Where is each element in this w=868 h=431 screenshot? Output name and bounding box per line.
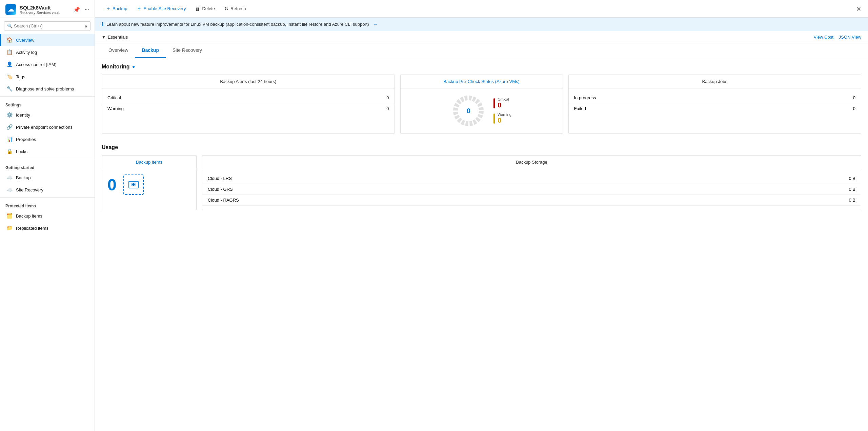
main-content: ＋ Backup ＋ Enable Site Recovery 🗑 Delete… — [95, 0, 868, 431]
legend-critical-value: 0 — [498, 101, 509, 109]
backup-items-card-header[interactable]: Backup items — [102, 156, 196, 169]
backup-items-card: Backup items 0 — [102, 155, 197, 210]
getting-started-section-label: Getting started — [0, 161, 95, 171]
overview-icon: 🏠 — [6, 37, 13, 43]
sidebar-item-label: Backup — [16, 175, 31, 180]
usage-cards: Backup items 0 — [102, 155, 861, 210]
alert-critical-value: 0 — [386, 95, 389, 100]
app-logo: ☁ — [5, 4, 16, 15]
enable-site-recovery-button[interactable]: ＋ Enable Site Recovery — [133, 3, 190, 14]
tab-overview[interactable]: Overview — [102, 43, 135, 58]
legend-critical: Critical 0 — [493, 97, 511, 109]
info-bar-arrow[interactable]: → — [373, 22, 378, 27]
identity-icon: ⚙️ — [6, 112, 13, 118]
delete-button[interactable]: 🗑 Delete — [191, 4, 219, 14]
storage-grs-value: 0 B — [849, 187, 855, 192]
backup-items-icon: 🗂️ — [6, 213, 13, 219]
search-input[interactable] — [14, 23, 83, 28]
sidebar-item-label: Backup items — [16, 213, 42, 219]
sidebar-item-label: Diagnose and solve problems — [16, 86, 74, 91]
sidebar-item-overview[interactable]: 🏠 Overview — [0, 34, 95, 46]
legend-warning-value: 0 — [498, 117, 511, 124]
sidebar-item-label: Private endpoint connections — [16, 125, 73, 130]
monitoring-title: Monitoring — [102, 64, 861, 70]
backup-alerts-header: Backup Alerts (last 24 hours) — [102, 75, 395, 88]
sidebar-item-replicated-items[interactable]: 📁 Replicated items — [0, 222, 95, 234]
sidebar-item-label: Identity — [16, 112, 30, 118]
sidebar-item-label: Replicated items — [16, 226, 48, 231]
backup-jobs-card: Backup Jobs In progress 0 Failed 0 — [568, 75, 862, 134]
sidebar-item-identity[interactable]: ⚙️ Identity — [0, 109, 95, 121]
tabs-bar: Overview Backup Site Recovery — [95, 43, 868, 58]
sidebar-item-label: Tags — [16, 74, 25, 79]
info-icon: ℹ — [102, 21, 104, 27]
backup-storage-card: Backup Storage Cloud - LRS 0 B Cloud - G… — [202, 155, 861, 210]
sidebar-item-diagnose[interactable]: 🔧 Diagnose and solve problems — [0, 83, 95, 95]
tab-backup[interactable]: Backup — [135, 43, 166, 58]
jobs-inprogress-value: 0 — [853, 95, 855, 100]
jobs-failed-value: 0 — [853, 106, 855, 111]
donut-chart: 0 — [451, 94, 485, 128]
sidebar-item-backup-start[interactable]: ☁️ Backup — [0, 171, 95, 184]
window-close-button[interactable]: ✕ — [856, 5, 861, 13]
legend-warning-text: Warning 0 — [498, 112, 511, 124]
sidebar-item-label: Activity log — [16, 50, 37, 55]
view-cost-link[interactable]: View Cost — [813, 35, 833, 40]
pin-icon[interactable]: 📌 — [73, 6, 80, 13]
sidebar-item-label: Locks — [16, 149, 27, 154]
refresh-icon: ↻ — [224, 6, 229, 12]
jobs-row-failed: Failed 0 — [569, 103, 861, 114]
sidebar-item-tags[interactable]: 🏷️ Tags — [0, 70, 95, 83]
storage-lrs-row: Cloud - LRS 0 B — [202, 173, 861, 184]
sidebar-nav: 🏠 Overview 📋 Activity log 👤 Access contr… — [0, 34, 95, 431]
toolbar: ＋ Backup ＋ Enable Site Recovery 🗑 Delete… — [95, 0, 868, 18]
backup-items-body: 0 — [102, 169, 196, 200]
sidebar-item-backup-items[interactable]: 🗂️ Backup items — [0, 210, 95, 222]
locks-icon: 🔒 — [6, 148, 13, 155]
storage-ragrs-label: Cloud - RAGRS — [208, 198, 239, 203]
chevron-down-icon: ▼ — [102, 35, 106, 40]
precheck-body: 0 Critical 0 — [401, 88, 563, 133]
protected-items-section-label: Protected items — [0, 199, 95, 210]
backup-items-dashed-icon — [123, 175, 144, 195]
storage-lrs-value: 0 B — [849, 176, 855, 181]
sidebar-item-locks[interactable]: 🔒 Locks — [0, 145, 95, 158]
jobs-failed-label: Failed — [574, 106, 586, 111]
content-area: ▼ Essentials View Cost JSON View Overvie… — [95, 31, 868, 431]
diagnose-icon: 🔧 — [6, 86, 13, 92]
backup-button[interactable]: ＋ Backup — [102, 3, 131, 14]
precheck-header[interactable]: Backup Pre-Check Status (Azure VMs) — [401, 75, 563, 88]
sidebar-header: ☁ SQL2k8Vault Recovery Services vault 📌 … — [0, 0, 95, 18]
sidebar-item-activity-log[interactable]: 📋 Activity log — [0, 46, 95, 58]
alert-warning-value: 0 — [386, 106, 389, 111]
backup-storage-body: Cloud - LRS 0 B Cloud - GRS 0 B Cloud - … — [202, 169, 861, 210]
search-box[interactable]: 🔍 « — [4, 21, 90, 30]
backup-jobs-body: In progress 0 Failed 0 — [569, 88, 861, 118]
jobs-inprogress-label: In progress — [574, 95, 596, 100]
legend-warning-bar — [493, 114, 495, 124]
sidebar-title-block: SQL2k8Vault Recovery Services vault — [20, 5, 60, 15]
sidebar-item-label: Properties — [16, 137, 36, 142]
sidebar-item-private-endpoint[interactable]: 🔗 Private endpoint connections — [0, 121, 95, 133]
backup-alerts-card: Backup Alerts (last 24 hours) Critical 0… — [102, 75, 395, 134]
legend-critical-text: Critical 0 — [498, 97, 509, 109]
storage-ragrs-row: Cloud - RAGRS 0 B — [202, 195, 861, 206]
settings-section-label: Settings — [0, 98, 95, 109]
collapse-button[interactable]: « — [85, 23, 87, 29]
legend-warning-label: Warning — [498, 112, 511, 117]
alert-row-warning: Warning 0 — [102, 103, 395, 114]
essentials-bar: ▼ Essentials View Cost JSON View — [95, 31, 868, 43]
sidebar-item-site-recovery[interactable]: ☁️ Site Recovery — [0, 184, 95, 196]
more-icon[interactable]: ··· — [85, 6, 89, 13]
app-subtitle: Recovery Services vault — [20, 11, 60, 15]
backup-alerts-body: Critical 0 Warning 0 — [102, 88, 395, 118]
essentials-toggle[interactable]: ▼ Essentials — [102, 35, 128, 40]
json-view-link[interactable]: JSON View — [839, 35, 861, 40]
sidebar-item-access-control[interactable]: 👤 Access control (IAM) — [0, 58, 95, 70]
tab-site-recovery[interactable]: Site Recovery — [166, 43, 209, 58]
backup-storage-header: Backup Storage — [202, 156, 861, 169]
sidebar-item-label: Overview — [16, 38, 34, 43]
refresh-button[interactable]: ↻ Refresh — [220, 4, 250, 14]
sidebar-item-properties[interactable]: 📊 Properties — [0, 133, 95, 145]
site-recovery-icon: ☁️ — [6, 187, 13, 193]
